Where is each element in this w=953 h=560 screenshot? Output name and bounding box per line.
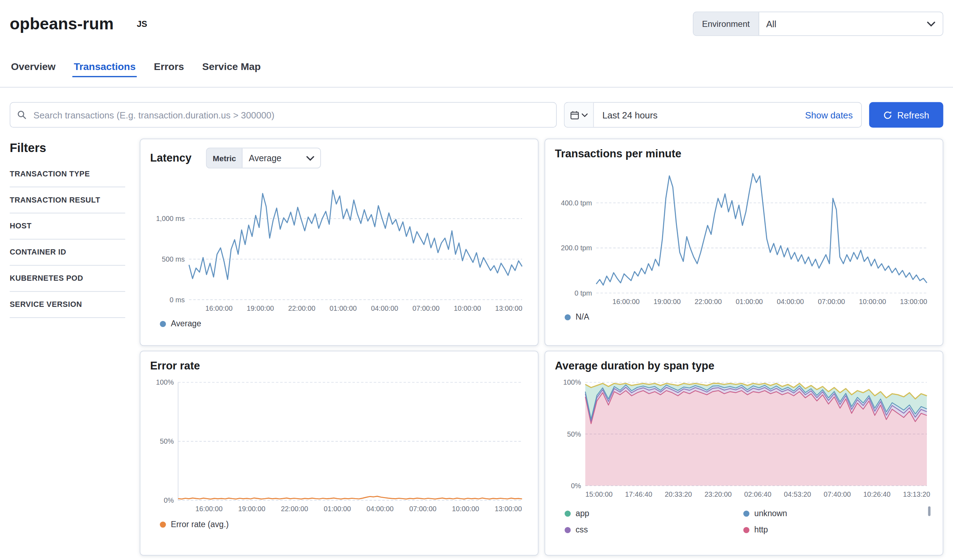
content: Filters TRANSACTION TYPE TRANSACTION RES… — [0, 139, 953, 556]
filter-kubernetes-pod[interactable]: KUBERNETES POD — [10, 265, 126, 292]
span-duration-chart[interactable]: 0%50%100%15:00:0017:46:4020:33:2023:20:0… — [555, 378, 933, 499]
filter-host[interactable]: HOST — [10, 214, 126, 240]
svg-text:13:00:00: 13:00:00 — [900, 298, 927, 306]
filter-transaction-result[interactable]: TRANSACTION RESULT — [10, 188, 126, 214]
calendar-quick-select-button[interactable] — [565, 103, 594, 127]
service-name: opbeans-rum — [10, 14, 114, 33]
search-icon — [17, 110, 27, 120]
latency-metric-select[interactable]: Metric Average — [206, 148, 321, 168]
calendar-icon — [570, 110, 579, 119]
search-transactions-input[interactable] — [10, 102, 557, 128]
svg-text:07:00:00: 07:00:00 — [409, 505, 436, 513]
svg-text:17:46:40: 17:46:40 — [625, 490, 652, 498]
legend-label: Error rate (avg.) — [171, 520, 229, 529]
metric-label: Metric — [207, 149, 243, 168]
latency-chart[interactable]: 0 ms500 ms1,000 ms16:00:0019:00:0022:00:… — [150, 173, 528, 313]
svg-text:13:00:00: 13:00:00 — [495, 505, 522, 513]
legend-label: N/A — [576, 313, 589, 322]
svg-text:20:33:20: 20:33:20 — [665, 490, 692, 498]
svg-text:15:00:00: 15:00:00 — [585, 490, 613, 498]
refresh-icon — [883, 110, 892, 119]
legend-label: app — [576, 509, 589, 518]
svg-text:10:26:40: 10:26:40 — [863, 490, 891, 498]
svg-text:01:00:00: 01:00:00 — [324, 505, 351, 513]
legend-item-css[interactable]: css — [565, 521, 743, 538]
date-picker: Last 24 hours Show dates — [564, 102, 862, 128]
svg-text:10:00:00: 10:00:00 — [452, 505, 479, 513]
search-box — [10, 102, 557, 128]
legend-dot — [160, 521, 166, 527]
apm-service-page: opbeans-rum JS Environment All Overview … — [0, 0, 953, 560]
chevron-down-icon — [927, 21, 935, 26]
svg-text:0%: 0% — [164, 496, 174, 504]
tab-service-map[interactable]: Service Map — [201, 57, 262, 78]
svg-text:19:00:00: 19:00:00 — [247, 304, 274, 312]
refresh-button-label: Refresh — [897, 110, 929, 120]
svg-text:16:00:00: 16:00:00 — [205, 304, 233, 312]
legend-item-app[interactable]: app — [565, 505, 743, 521]
svg-text:04:53:20: 04:53:20 — [784, 490, 811, 498]
error-rate-title: Error rate — [150, 360, 200, 372]
svg-text:19:00:00: 19:00:00 — [653, 298, 681, 306]
svg-text:07:00:00: 07:00:00 — [818, 298, 845, 306]
legend-dot — [160, 321, 166, 327]
tab-errors[interactable]: Errors — [153, 57, 185, 78]
error-rate-panel: Error rate 0%50%100%16:00:0019:00:0022:0… — [140, 351, 539, 555]
chevron-down-icon — [582, 113, 588, 117]
svg-text:400.0 tpm: 400.0 tpm — [561, 199, 592, 207]
query-bar: Last 24 hours Show dates Refresh — [10, 102, 944, 128]
environment-label: Environment — [694, 12, 759, 35]
legend-item-unknown[interactable]: unknown — [743, 505, 922, 521]
svg-text:16:00:00: 16:00:00 — [196, 505, 223, 513]
svg-text:07:40:00: 07:40:00 — [824, 490, 851, 498]
svg-text:200.0 tpm: 200.0 tpm — [561, 244, 592, 252]
svg-text:22:00:00: 22:00:00 — [281, 505, 308, 513]
legend-dot — [565, 314, 571, 320]
svg-text:0%: 0% — [571, 482, 581, 490]
svg-text:13:00:00: 13:00:00 — [495, 304, 523, 312]
filters-title: Filters — [10, 141, 126, 155]
span-duration-legend: app css unknown http — [555, 505, 933, 538]
filter-service-version[interactable]: SERVICE VERSION — [10, 292, 126, 318]
latency-legend-item[interactable]: Average — [150, 319, 528, 329]
legend-dot — [743, 510, 750, 516]
svg-text:16:00:00: 16:00:00 — [612, 298, 639, 306]
latency-title: Latency — [150, 152, 192, 164]
svg-text:23:20:00: 23:20:00 — [705, 490, 732, 498]
environment-select[interactable]: Environment All — [693, 12, 943, 36]
legend-label: unknown — [754, 509, 787, 518]
legend-dot — [565, 527, 571, 533]
legend-item-http[interactable]: http — [743, 521, 922, 538]
environment-value: All — [759, 19, 927, 29]
charts-grid: Latency Metric Average 0 ms500 ms1,000 m… — [140, 139, 943, 556]
svg-text:10:00:00: 10:00:00 — [859, 298, 886, 306]
svg-text:50%: 50% — [567, 430, 581, 438]
svg-text:22:00:00: 22:00:00 — [695, 298, 722, 306]
tpm-title: Transactions per minute — [555, 148, 681, 160]
filter-transaction-type[interactable]: TRANSACTION TYPE — [10, 161, 126, 188]
svg-text:04:00:00: 04:00:00 — [777, 298, 804, 306]
svg-text:02:06:40: 02:06:40 — [744, 490, 771, 498]
svg-text:10:00:00: 10:00:00 — [454, 304, 481, 312]
legend-dot — [565, 510, 571, 516]
svg-text:07:00:00: 07:00:00 — [413, 304, 440, 312]
tpm-chart[interactable]: 0 tpm200.0 tpm400.0 tpm16:00:0019:00:002… — [555, 166, 933, 307]
tpm-legend-item[interactable]: N/A — [555, 313, 933, 322]
error-rate-legend-item[interactable]: Error rate (avg.) — [150, 520, 528, 529]
svg-text:04:00:00: 04:00:00 — [371, 304, 398, 312]
show-dates-link[interactable]: Show dates — [805, 110, 861, 120]
tab-overview[interactable]: Overview — [10, 57, 57, 78]
tab-transactions[interactable]: Transactions — [73, 57, 137, 78]
legend-scrollbar[interactable] — [928, 506, 931, 516]
service-header: opbeans-rum JS Environment All — [0, 0, 953, 47]
error-rate-chart[interactable]: 0%50%100%16:00:0019:00:0022:00:0001:00:0… — [150, 378, 528, 514]
svg-text:100%: 100% — [563, 378, 581, 386]
agent-js-badge: JS — [137, 19, 147, 29]
filter-container-id[interactable]: CONTAINER ID — [10, 239, 126, 265]
svg-text:0 tpm: 0 tpm — [574, 289, 592, 297]
svg-text:50%: 50% — [160, 437, 174, 445]
date-range-value[interactable]: Last 24 hours — [594, 110, 658, 120]
svg-text:13:13:20: 13:13:20 — [903, 490, 930, 498]
filters-sidebar: Filters TRANSACTION TYPE TRANSACTION RES… — [10, 139, 126, 556]
refresh-button[interactable]: Refresh — [869, 102, 944, 128]
